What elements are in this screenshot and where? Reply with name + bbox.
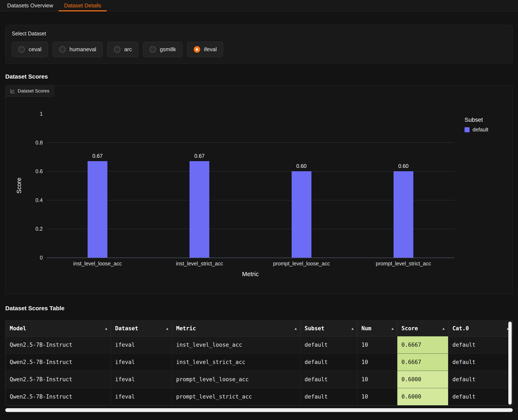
cell-subset: default [300,371,357,388]
sort-icon[interactable]: ▲ [295,326,297,330]
x-tick-inst-level-strict-acc: inst_level_strict_acc [148,261,250,267]
column-header-num[interactable]: Num▲ [357,321,397,336]
cell-metric: inst_level_loose_acc [172,336,300,353]
legend-title: Subset [465,116,488,123]
x-ticks: inst_level_loose_accinst_level_strict_ac… [46,261,454,267]
sort-icon[interactable]: ▲ [442,326,444,330]
column-header-label: Model [10,325,26,331]
sort-icon[interactable]: ▲ [351,326,354,330]
legend-entry-label: default [473,127,488,133]
column-header-label: Cat.0 [452,325,469,331]
radio-option-gsm8k[interactable]: gsm8k [143,42,183,57]
bar-slot-inst-level-strict-acc: 0.67 [148,114,250,258]
x-axis-label: Metric [242,271,259,278]
table-row: Qwen2.5-7B-Instructifevalprompt_level_st… [6,388,512,405]
cell-dataset: ifeval [111,371,172,388]
column-header-label: Score [401,325,418,331]
column-header-label: Subset [305,325,325,331]
legend-entry-default[interactable]: default [465,127,488,133]
cell-dataset: ifeval [111,336,172,353]
cell-score: 0.6667 [397,336,448,353]
radio-circle-gsm8k [149,46,156,53]
plot-area: 00.20.40.60.81 0.670.670.600.60 [46,114,454,258]
bar-prompt-level-strict-acc: 0.60 [393,171,413,258]
cell-cat-0: default [448,353,512,371]
cell-model: Qwen2.5-7B-Instruct [6,336,111,353]
radio-option-ifeval[interactable]: ifeval [187,42,223,57]
column-header-label: Metric [176,325,196,331]
y-tick-label: 0.8 [35,139,43,146]
column-header-model[interactable]: Model▲ [6,321,111,336]
table-row: Qwen2.5-7B-Instructifevalprompt_level_lo… [6,371,512,388]
bar-value-label: 0.67 [194,153,205,159]
cell-metric: inst_level_strict_acc [172,353,300,371]
chart-tab-label: Dataset Scores [18,88,49,94]
cell-model: Qwen2.5-7B-Instruct [6,388,111,405]
cell-cat-0: default [448,371,512,388]
cell-score: 0.6000 [397,388,448,405]
bar-prompt-level-loose-acc: 0.60 [292,171,311,258]
y-tick-label: 0.2 [35,226,43,232]
tab-dataset-details[interactable]: Dataset Details [59,0,107,11]
cell-dataset: ifeval [111,388,172,405]
bar-value-label: 0.67 [92,153,103,159]
tab-datasets-overview[interactable]: Datasets Overview [2,0,59,11]
cell-score: 0.6000 [397,371,448,388]
y-tick-label: 0.4 [35,197,43,203]
chart-panel: Dataset Scores Score 00.20.40.60.81 0.67… [5,85,513,294]
column-header-label: Dataset [115,325,138,331]
radio-option-arc[interactable]: arc [107,42,138,57]
sort-icon[interactable]: ▲ [105,326,107,330]
radio-label-humaneval: humaneval [69,46,96,53]
radio-option-humaneval[interactable]: humaneval [53,42,103,57]
cell-model: Qwen2.5-7B-Instruct [6,371,111,388]
bars: 0.670.670.600.60 [46,114,454,258]
tab-bar: Datasets OverviewDataset Details [0,0,518,11]
bar-slot-prompt-level-loose-acc: 0.60 [251,114,353,258]
cell-dataset: ifeval [111,353,172,371]
column-header-cat-0[interactable]: Cat.0▲ [448,321,512,336]
cell-metric: prompt_level_strict_acc [172,388,300,405]
cell-metric: prompt_level_loose_acc [172,371,300,388]
bar-slot-inst-level-loose-acc: 0.67 [46,114,148,258]
chart-icon [10,89,15,94]
radio-label-ifeval: ifeval [204,46,217,53]
y-tick-label: 1 [40,111,43,117]
horizontal-scrollbar-track [5,408,513,412]
table-heading: Dataset Scores Table [5,305,513,312]
radio-circle-humaneval [59,46,66,53]
column-header-score[interactable]: Score▲ [397,321,448,336]
sort-icon[interactable]: ▲ [392,326,393,330]
bar-inst-level-strict-acc: 0.67 [190,161,209,258]
select-dataset-label: Select Dataset [12,30,506,37]
scores-table: Model▲Dataset▲Metric▲Subset▲Num▲Score▲Ca… [6,321,512,405]
horizontal-scrollbar[interactable] [5,408,513,412]
vertical-scrollbar[interactable] [508,322,512,405]
column-header-label: Num [362,325,371,331]
sort-icon[interactable]: ▲ [166,326,168,330]
cell-num: 10 [357,371,397,388]
cell-subset: default [300,336,357,353]
table-wrapper: Model▲Dataset▲Metric▲Subset▲Num▲Score▲Ca… [5,321,513,406]
chart-tab[interactable]: Dataset Scores [6,85,54,97]
radio-label-gsm8k: gsm8k [160,46,176,53]
cell-subset: default [300,353,357,371]
radio-circle-ceval [18,46,25,53]
table-body: Qwen2.5-7B-Instructifevalinst_level_loos… [6,336,512,405]
select-dataset-panel: Select Dataset cevalhumanevalarcgsm8kife… [5,25,513,64]
table-row: Qwen2.5-7B-Instructifevalinst_level_stri… [6,353,512,371]
radio-option-ceval[interactable]: ceval [12,42,48,57]
cell-cat-0: default [448,388,512,405]
bar-value-label: 0.60 [296,163,307,169]
cell-cat-0: default [448,336,512,353]
bar-value-label: 0.60 [398,163,409,169]
y-tick-label: 0.6 [35,168,43,174]
y-tick-label: 0 [40,255,43,261]
column-header-dataset[interactable]: Dataset▲ [111,321,172,336]
column-header-metric[interactable]: Metric▲ [172,321,300,336]
radio-circle-ifeval [194,46,200,53]
cell-num: 10 [357,388,397,405]
column-header-subset[interactable]: Subset▲ [300,321,357,336]
bar-inst-level-loose-acc: 0.67 [88,161,107,258]
cell-num: 10 [357,353,397,371]
